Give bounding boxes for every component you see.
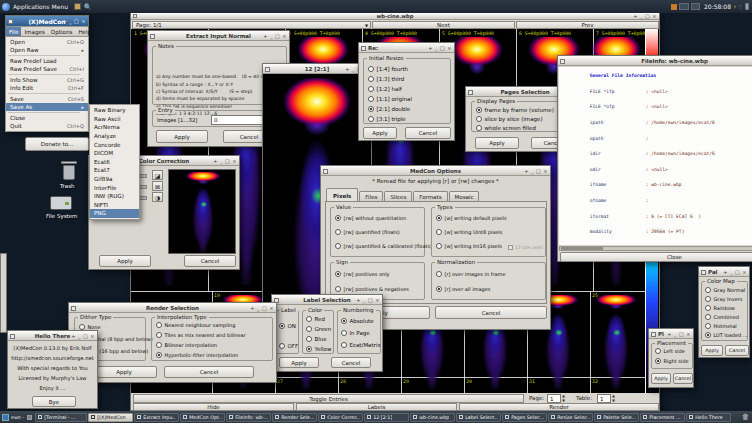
color-option[interactable]: Green (306, 324, 333, 334)
resize-option[interactable]: [1:2] half (368, 84, 450, 94)
window-controls[interactable]: + _ □ × (428, 43, 452, 53)
filesystem-icon[interactable] (50, 196, 72, 210)
window-controls[interactable]: + _ □ × (356, 295, 380, 305)
scrollbar-thumb[interactable] (561, 247, 603, 250)
donate-button[interactable]: Donate to... (25, 137, 89, 151)
colormap-option[interactable]: Rainbow (705, 303, 747, 312)
correction-icon[interactable]: ⊠ (152, 181, 163, 191)
table-spinner-arrows[interactable]: ▲▼ (612, 394, 615, 403)
interpolation-option[interactable]: Nearest neighbour sampling (156, 320, 272, 330)
window-controls[interactable]: + _ □ × (723, 267, 747, 277)
hide-button[interactable]: Hide (133, 403, 294, 411)
resize-option[interactable]: [1:1] original (368, 94, 450, 104)
types-option[interactable]: [w] writing Uint8 pixels (436, 225, 545, 239)
menu-item[interactable]: Save Ctrl+S (6, 95, 88, 103)
window-controls[interactable]: + _ □ × (263, 31, 287, 41)
page-combo[interactable]: Page: 1/1 ▼ (132, 21, 371, 29)
menu-item[interactable]: Raw Predef Load (6, 57, 88, 65)
colormap-option[interactable]: Combined (705, 312, 747, 321)
taskbar-item[interactable]: Render Sele... (272, 413, 317, 422)
menu-item[interactable]: Info Edit Ctrl+F (6, 84, 88, 92)
submenu-item[interactable]: Raw Ascii (90, 115, 139, 124)
window-controls[interactable]: + _ □ × (213, 156, 237, 166)
correction-icon[interactable]: ◪ (152, 170, 163, 180)
placement-titlebar[interactable]: Pl + _ □ × (649, 329, 693, 339)
norm-option[interactable]: [r] over images in frame (436, 266, 545, 281)
resize-option[interactable]: [3:1] triple (368, 114, 450, 124)
next-button[interactable]: Next (372, 21, 515, 29)
colormap-option[interactable]: Hotmetal (705, 321, 747, 330)
pager-icon[interactable] (27, 415, 32, 420)
submenu-item[interactable]: PNG (90, 209, 139, 218)
horizontal-scrollbar[interactable] (559, 246, 752, 251)
toggle-entries-button[interactable]: Toggle Entries (133, 394, 524, 403)
extract-apply-button[interactable]: Apply (156, 130, 208, 143)
render-button[interactable]: Render (459, 403, 659, 411)
color-option[interactable]: Yellow (306, 344, 333, 354)
numbering-option[interactable]: In Page (341, 327, 380, 339)
colormap-option[interactable]: Gray Normal (705, 285, 747, 294)
page-spinner[interactable] (547, 394, 561, 403)
types-option[interactable]: [w] writing default pixels (436, 211, 545, 225)
taskbar-item[interactable]: Resize Selec... (548, 413, 593, 422)
menu-item[interactable]: Quit Ctrl+Q (6, 122, 88, 130)
bits-checkbox[interactable]: 12 bits used (508, 245, 543, 250)
taskbar-item[interactable]: 12 [2:1] (364, 413, 409, 422)
workspace-pager-icon[interactable] (691, 3, 700, 10)
menu-item[interactable]: Info Show Ctrl+G (6, 76, 88, 84)
value-option[interactable]: [rw] without quantitation (335, 211, 424, 225)
power-icon[interactable]: ⚡ (733, 4, 737, 10)
correction-cancel-button[interactable]: Cancel (184, 255, 236, 267)
numbering-option[interactable]: Absolute (341, 315, 380, 327)
resize-titlebar[interactable]: Re: + _ □ × (359, 43, 454, 53)
taskbar-item[interactable]: Palette Sele... (594, 413, 639, 422)
hello-titlebar[interactable]: Hello There + _ □ × (8, 331, 97, 341)
submenu-item[interactable]: Analyze (90, 132, 139, 141)
fileinfo-close-button[interactable]: Close (560, 252, 752, 262)
palette-apply-button[interactable]: Apply (701, 345, 723, 356)
menubar-item[interactable]: Options (48, 27, 76, 36)
render-apply-button[interactable]: Apply (91, 366, 157, 378)
labels-button[interactable]: Labels (296, 403, 457, 411)
image-12-titlebar[interactable]: 12 [2:1] + _ □ × (263, 64, 371, 74)
submenu-item[interactable]: InterFile (90, 183, 139, 192)
pet-scan-image[interactable] (593, 295, 639, 389)
trash-applet-icon[interactable]: 🗑 (742, 413, 749, 421)
window-controls[interactable]: + _ □ × (250, 303, 274, 313)
window-controls[interactable]: + _ □ × (667, 329, 691, 339)
files-tray-icon[interactable] (74, 3, 81, 10)
interpolation-option[interactable]: Tiles as mix nearest and bilinear (156, 330, 272, 340)
submenu-item[interactable]: INW (RUG) (90, 192, 139, 201)
value-option[interactable]: [rw] quantified & calibrated (floats) (335, 239, 424, 253)
battery-icon[interactable] (745, 3, 749, 10)
label-option[interactable]: ON (279, 316, 298, 336)
color-option[interactable]: Red (306, 314, 333, 324)
options-tab[interactable]: Pixels (326, 188, 358, 202)
taskbar-item[interactable]: wb-cine.wbp (410, 413, 455, 422)
menu-item[interactable]: Raw Predef Save Ctrl+I (6, 65, 88, 73)
taskbar-item[interactable]: Extract Inpu... (134, 413, 179, 422)
label-cancel-button[interactable]: Cancel (331, 357, 371, 368)
extract-titlebar[interactable]: Extract Input Normal + _ □ × (148, 31, 289, 41)
placement-option[interactable]: Left side (655, 346, 692, 356)
submenu-item[interactable]: Gif89a (90, 175, 139, 184)
window-controls[interactable]: + _ □ × (633, 13, 657, 20)
submenu-item[interactable]: Ecat6 (90, 158, 139, 167)
menu-item[interactable]: Open Raw ▸ (6, 46, 88, 54)
color-option[interactable]: Blue (306, 334, 333, 344)
resize-apply-button[interactable]: Apply (363, 127, 397, 139)
applications-menu[interactable]: Applications Menu (13, 3, 68, 10)
network-icon[interactable]: ♡ (739, 4, 743, 10)
resize-option[interactable]: [2:1] double (368, 104, 450, 114)
submenu-item[interactable]: Ecat7 (90, 166, 139, 175)
interpolation-option[interactable]: Hyperbolic-filter interpolation (156, 350, 272, 360)
menubar-item[interactable]: Help (75, 27, 94, 36)
taskbar-item[interactable]: Hello There (686, 413, 731, 422)
window-controls[interactable]: + _ □ × (71, 331, 95, 341)
placement-cancel-button[interactable]: Cancel (673, 373, 693, 384)
render-titlebar[interactable]: Render Selection + _ □ × (69, 303, 276, 313)
trash-icon[interactable] (60, 161, 78, 181)
taskbar-item[interactable]: FileInfo: wb-... (226, 413, 271, 422)
options-titlebar[interactable]: MedCon Options + _ □ × (321, 166, 550, 176)
medcon-titlebar[interactable]: (X)MedCon + _ □ × (6, 16, 88, 27)
